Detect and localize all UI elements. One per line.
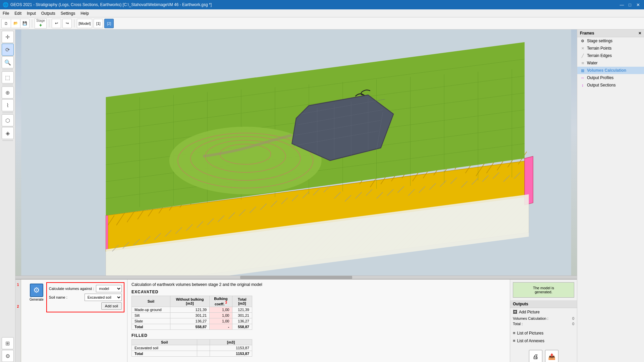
horizontal-scrollbar[interactable] [15, 276, 577, 279]
left-sidebar: ✛ ⟳ 🔍 ⬚ ⊕ ⌇ ⬡ ◈ ⊞ ⚙ [0, 29, 15, 362]
fill-total-label: Total [132, 351, 197, 356]
output-sections-item[interactable]: ↕ Output Sections [577, 81, 644, 89]
save-button[interactable]: 💾 [20, 19, 30, 28]
stage-label-top: Stage [36, 19, 45, 22]
stage-icon-group: Stage + [35, 18, 47, 28]
output-sections-label: Output Sections [587, 83, 615, 87]
water-change-container: Change of water volumes above the terrai… [131, 359, 506, 362]
volumes-calc-label: Volumes Calculation : [513, 316, 572, 320]
fill-soil-excavated: Excavated soil [132, 345, 197, 351]
col-soil: Soil [132, 296, 170, 307]
bottom-area: Volumes Calculation 1 2 ⚙ Generate [15, 279, 577, 362]
close-button[interactable]: ✕ [635, 1, 641, 8]
grid-button[interactable]: ⊞ [2, 337, 14, 349]
water-icon: ≋ [580, 60, 585, 66]
soil-name-select[interactable]: Excavated soil [85, 294, 122, 301]
add-soil-row: Add soil [49, 302, 122, 310]
controls-box: Calculate volumes against : model Soil n… [46, 282, 124, 312]
rotate-tool-button[interactable]: ⟳ [2, 44, 14, 56]
table-row: Excavated soil 1153,87 [132, 345, 252, 351]
calculate-label: Calculate volumes against : [49, 287, 94, 291]
box3d-button[interactable]: ⬡ [2, 114, 14, 126]
scene-canvas [15, 29, 577, 279]
stage-num-2: 2 [16, 304, 20, 309]
stage-indicator: 1 2 [15, 280, 21, 362]
toolbar: 🗋 📂 💾 Stage + ↩ ↪ [Model] [1] [2] [0, 17, 644, 29]
val-1-00-3: 1,00 [210, 318, 232, 324]
tab2-button[interactable]: [2] [104, 19, 114, 28]
terrain-points-item[interactable]: ✕ Terrain Points [577, 45, 644, 52]
generate-label: Generate [30, 298, 44, 301]
col-total: Total[m3] [232, 296, 252, 307]
sidebar-separator-1 [2, 70, 13, 70]
list-of-annexes-item[interactable]: ≡ List of Annexes [510, 337, 577, 345]
stage-num-1: 1 [16, 282, 20, 287]
data-title: Calculation of earthwork volumes between… [131, 282, 506, 287]
total-label: Total : [513, 322, 572, 326]
stage-settings-item[interactable]: ⚙ Stage settings [577, 37, 644, 45]
fill-col-m3: [m3] [210, 339, 252, 345]
menu-input[interactable]: Input [24, 9, 39, 17]
menu-outputs[interactable]: Outputs [39, 9, 58, 17]
add-soil-button[interactable]: Add soil [101, 302, 122, 310]
title-bar-controls[interactable]: — □ ✕ [619, 1, 641, 8]
settings-button[interactable]: ⚙ [2, 350, 14, 362]
model-tab-button[interactable]: [Model] [77, 19, 92, 28]
right-panel-title: Frames ✕ [577, 29, 644, 37]
maximize-button[interactable]: □ [627, 1, 633, 8]
select-rect-button[interactable]: ⬚ [2, 71, 14, 83]
calculate-row: Calculate volumes against : model [49, 285, 122, 292]
print-button[interactable]: 🖨 [529, 350, 542, 362]
stage-add-icon[interactable]: + [39, 22, 42, 28]
point-tool-button[interactable]: ⊕ [2, 86, 14, 99]
excavated-section-title: EXCAVATED [131, 290, 506, 294]
menu-bar: File Edit Input Outputs Settings Help [0, 9, 644, 17]
line-tool-button[interactable]: ⌇ [2, 99, 14, 111]
val-301-21-1: 301,21 [170, 312, 209, 318]
generate-button[interactable]: ⚙ [30, 284, 43, 297]
output-sections-icon: ↕ [580, 82, 585, 88]
svg-marker-81 [106, 216, 108, 249]
water-item[interactable]: ≋ Water [577, 59, 644, 67]
list-pictures-icon: ≡ [513, 330, 516, 336]
volumes-calc-row: Volumes Calculation : 0 [510, 316, 577, 321]
fill-col-soil: Soil [132, 339, 197, 345]
volumes-calculation-label: Volumes Calculation [587, 68, 626, 73]
output-profiles-icon: ↔ [580, 75, 585, 80]
menu-settings[interactable]: Settings [58, 9, 78, 17]
calculate-select[interactable]: model [96, 285, 122, 292]
terrain-edges-item[interactable]: ╱ Terrain Edges [577, 52, 644, 59]
val-dash: - [210, 324, 232, 329]
zoom-tool-button[interactable]: 🔍 [2, 56, 14, 68]
list-of-pictures-item[interactable]: ≡ List of Pictures [510, 329, 577, 337]
add-picture-icon: 🖼 [513, 309, 517, 314]
new-button[interactable]: 🗋 [1, 19, 11, 28]
undo-button[interactable]: ↩ [52, 19, 61, 28]
total-value: 0 [572, 322, 574, 326]
menu-edit[interactable]: Edit [12, 9, 24, 17]
outputs-title: Outputs [510, 300, 577, 308]
solid3d-button[interactable]: ◈ [2, 127, 14, 139]
soil-name-label: Soil name : [49, 295, 83, 299]
center-area: Volumes Calculation 1 2 ⚙ Generate [15, 29, 577, 362]
generate-icon: ⚙ [33, 286, 40, 295]
menu-help[interactable]: Help [78, 9, 92, 17]
title-text: GEOS 2021 - Stratigraphy (Logs, Cross Se… [10, 2, 212, 7]
toolbar-separator-1 [32, 19, 32, 27]
export-button[interactable]: 📤 [545, 350, 558, 362]
output-profiles-item[interactable]: ↔ Output Profiles [577, 74, 644, 81]
fill-val-empty [197, 345, 210, 351]
minimize-button[interactable]: — [619, 1, 625, 8]
terrain-points-label: Terrain Points [587, 46, 611, 51]
add-picture-item[interactable]: 🖼 Add Picture [510, 308, 577, 316]
terrain-edges-label: Terrain Edges [587, 53, 612, 58]
right-panel-close-icon[interactable]: ✕ [638, 31, 641, 36]
stage-settings-icon: ⚙ [580, 38, 585, 44]
volumes-calculation-item[interactable]: ▦ Volumes Calculation [577, 67, 644, 74]
menu-file[interactable]: File [0, 9, 12, 17]
redo-button[interactable]: ↪ [62, 19, 72, 28]
move-tool-button[interactable]: ✛ [2, 31, 14, 43]
tab1-button[interactable]: [1] [94, 19, 103, 28]
open-button[interactable]: 📂 [11, 19, 20, 28]
viewport[interactable] [15, 29, 577, 279]
